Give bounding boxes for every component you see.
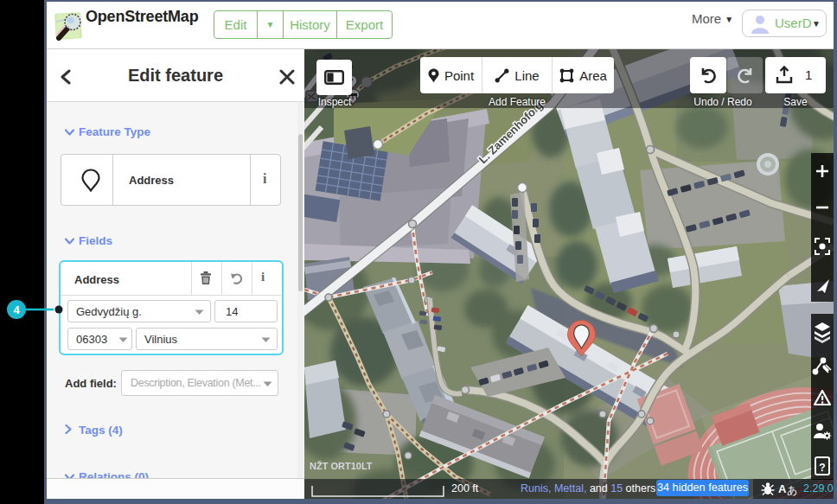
svg-text:?: ? — [819, 462, 825, 474]
svg-text:A: A — [778, 482, 787, 495]
svg-text:4: 4 — [13, 303, 20, 316]
svg-text:NŽT ORT10LT: NŽT ORT10LT — [310, 461, 373, 471]
svg-text:あ: あ — [787, 484, 797, 496]
